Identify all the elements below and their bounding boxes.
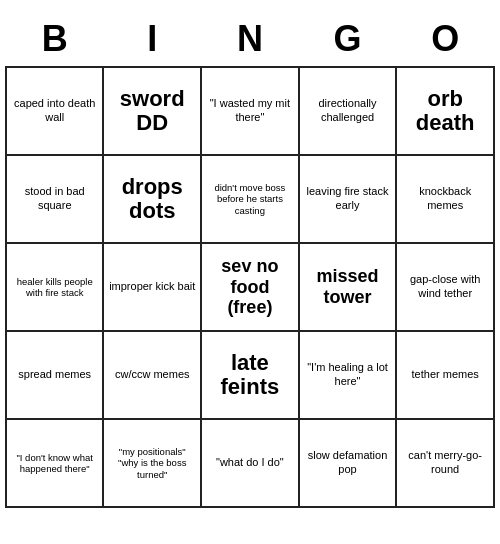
bingo-cell: slow defamation pop: [299, 419, 397, 507]
header-letter: G: [299, 12, 397, 67]
bingo-cell: directionally challenged: [299, 67, 397, 155]
bingo-cell: healer kills people with fire stack: [6, 243, 103, 331]
header-letter: N: [201, 12, 299, 67]
header-letter: I: [103, 12, 201, 67]
bingo-cell: "what do I do": [201, 419, 299, 507]
bingo-cell: gap-close with wind tether: [396, 243, 494, 331]
bingo-cell: late feints: [201, 331, 299, 419]
bingo-cell: sword DD: [103, 67, 201, 155]
bingo-cell: improper kick bait: [103, 243, 201, 331]
bingo-cell: knockback memes: [396, 155, 494, 243]
bingo-cell: cw/ccw memes: [103, 331, 201, 419]
bingo-header: [5, 0, 495, 12]
bingo-cell: "I don't know what happened there": [6, 419, 103, 507]
bingo-cell: "my positionals" "why is the boss turned…: [103, 419, 201, 507]
bingo-cell: orb death: [396, 67, 494, 155]
bingo-cell: drops dots: [103, 155, 201, 243]
bingo-cell: can't merry-go-round: [396, 419, 494, 507]
bingo-grid: BINGO caped into death wallsword DD"I wa…: [5, 12, 495, 508]
bingo-cell: spread memes: [6, 331, 103, 419]
bingo-cell: caped into death wall: [6, 67, 103, 155]
header-letter: B: [6, 12, 103, 67]
bingo-cell: tether memes: [396, 331, 494, 419]
bingo-cell: missed tower: [299, 243, 397, 331]
bingo-cell: "I wasted my mit there": [201, 67, 299, 155]
bingo-cell: stood in bad square: [6, 155, 103, 243]
bingo-cell: leaving fire stack early: [299, 155, 397, 243]
header-letter: O: [396, 12, 494, 67]
bingo-cell: didn't move boss before he starts castin…: [201, 155, 299, 243]
bingo-cell: sev no food (free): [201, 243, 299, 331]
bingo-cell: "I'm healing a lot here": [299, 331, 397, 419]
